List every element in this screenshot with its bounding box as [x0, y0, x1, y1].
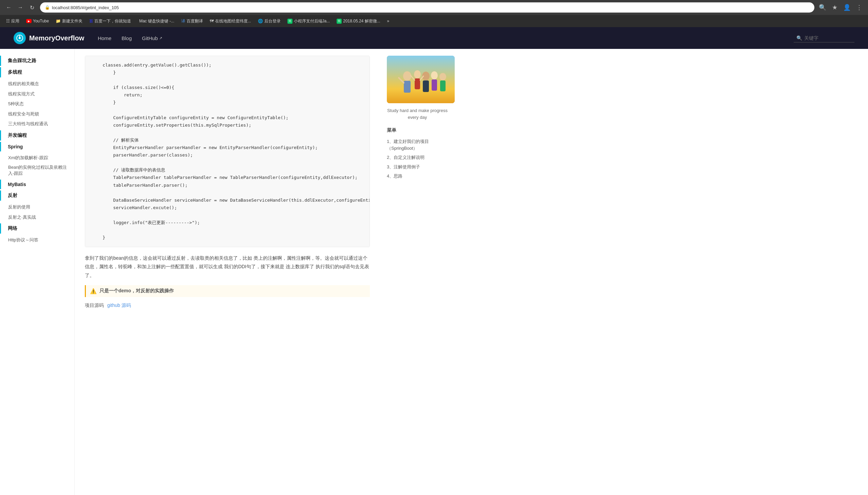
bookmark-map-label: 在线地图经度纬度...	[215, 18, 251, 24]
nav-blog[interactable]: Blog	[122, 35, 132, 41]
svg-rect-11	[432, 80, 437, 91]
bookmark-translate-label: 百度翻译	[187, 18, 203, 24]
sidebar-heading-reflect[interactable]: 反射	[0, 190, 74, 201]
browser-chrome: ← → ↻ 🔒 localhost:8085/#/getint_index_10…	[0, 0, 868, 27]
menu-item-1[interactable]: 1、建立好我们的项目（SpringBoot）	[387, 137, 448, 153]
menu-item-4[interactable]: 4、思路	[387, 171, 448, 181]
user-button[interactable]: 👤	[842, 3, 852, 12]
code-block: classes.add(entry.getValue().getClass())…	[85, 56, 370, 247]
reload-button[interactable]: ↻	[27, 3, 37, 12]
menu-item-3[interactable]: 3、注解使用例子	[387, 162, 448, 172]
address-bar[interactable]: 🔒 localhost:8085/#/getint_index_105	[40, 2, 814, 13]
search-button[interactable]: 🔍	[818, 3, 827, 12]
sidebar-item-bean-instance[interactable]: Bean的实例化过程以及依赖注入-跟踪	[0, 163, 74, 178]
sidebar-item-reflect-usage[interactable]: 反射的使用	[0, 202, 74, 212]
sidebar-item-thread-concepts[interactable]: 线程的相关概念	[0, 79, 74, 89]
bookmarks-bar: ​☷ 应用 ▶ YouTube 📁 新建文件夹 百 百度一下，你就知道 Mac …	[0, 15, 868, 27]
sidebar-heading-collections[interactable]: 集合踩坑之路	[0, 56, 74, 66]
svg-rect-7	[415, 79, 420, 89]
bookmark-youtube[interactable]: ▶ YouTube	[23, 18, 52, 24]
more-icon: »	[387, 19, 390, 23]
lock-icon: 🔒	[45, 5, 50, 10]
sidebar-item-thread-states[interactable]: 5种状态	[0, 99, 74, 109]
sidebar-item-thread-safety[interactable]: 线程安全与死锁	[0, 109, 74, 119]
bookmark-new-folder[interactable]: 📁 新建文件夹	[53, 17, 85, 25]
project-source-label: 项目源码	[85, 303, 104, 308]
logo-icon	[14, 32, 26, 44]
nav-home[interactable]: Home	[98, 35, 111, 41]
nav-github[interactable]: GitHub ↗	[142, 35, 162, 41]
bookmark-translate[interactable]: 译 百度翻译	[178, 17, 206, 25]
svg-rect-5	[404, 81, 411, 93]
mini2-icon: 简	[337, 19, 342, 24]
svg-point-1	[19, 37, 21, 39]
sidebar-section-collections: 集合踩坑之路	[0, 56, 74, 66]
sidebar-section-spring: Spring Xml的加载解析-跟踪 Bean的实例化过程以及依赖注入-跟踪	[0, 142, 74, 178]
bookmark-apps-label: 应用	[11, 18, 19, 24]
sidebar-heading-spring[interactable]: Spring	[0, 142, 74, 151]
bookmark-new-folder-label: 新建文件夹	[62, 18, 83, 24]
sidebar-item-reflect-practice[interactable]: 反射之·真实战	[0, 212, 74, 222]
mini-icon: 简	[287, 19, 293, 24]
project-source: 项目源码 github 源码	[85, 303, 370, 309]
bookmark-apps[interactable]: ​☷ 应用	[3, 17, 22, 25]
search-input[interactable]	[804, 35, 852, 41]
sidebar-section-network: 网络 Http协议～问答	[0, 223, 74, 245]
menu-list: 1、建立好我们的项目（SpringBoot） 2、自定义注解说明 3、注解使用例…	[387, 137, 448, 181]
nav-buttons: ← → ↻	[4, 3, 37, 12]
earth-icon: 🌐	[258, 19, 263, 23]
left-sidebar: 集合踩坑之路 多线程 线程的相关概念 线程实现方式 5种状态 线程安全与死锁 三…	[0, 49, 75, 495]
page-layout: 集合踩坑之路 多线程 线程的相关概念 线程实现方式 5种状态 线程安全与死锁 三…	[0, 49, 868, 495]
map-icon: 🗺	[210, 19, 214, 23]
bookmark-backend-label: 后台登录	[264, 18, 281, 24]
svg-point-12	[439, 73, 446, 81]
back-button[interactable]: ←	[4, 3, 14, 12]
bookmark-baidu[interactable]: 百 百度一下，你就知道	[87, 17, 134, 25]
sidebar-item-http[interactable]: Http协议～问答	[0, 235, 74, 245]
sidebar-item-xml-parse[interactable]: Xml的加载解析-跟踪	[0, 153, 74, 163]
menu-item-2[interactable]: 2、自定义注解说明	[387, 153, 448, 162]
sidebar-section-threads: 多线程 线程的相关概念 线程实现方式 5种状态 线程安全与死锁 三大特性与线程通…	[0, 67, 74, 129]
sidebar-item-thread-features[interactable]: 三大特性与线程通讯	[0, 119, 74, 129]
svg-point-4	[403, 71, 411, 81]
bookmark-baidu-label: 百度一下，你就知道	[94, 18, 131, 24]
search-bar[interactable]: 🔍	[794, 34, 854, 42]
project-source-link[interactable]: github 源码	[107, 303, 131, 308]
translate-icon: 译	[181, 18, 185, 24]
bookmark-mac-shortcut[interactable]: Mac 键盘快捷键 -...	[135, 17, 177, 25]
sidebar-section-mybatis: MyBatis	[0, 180, 74, 189]
search-icon: 🔍	[796, 35, 802, 41]
bookmark-map[interactable]: 🗺 在线地图经度纬度...	[207, 17, 254, 25]
code-text: classes.add(entry.getValue().getClass())…	[92, 62, 363, 241]
menu-title: 菜单	[387, 127, 448, 133]
browser-toolbar: ← → ↻ 🔒 localhost:8085/#/getint_index_10…	[0, 0, 868, 15]
folder-icon: 📁	[56, 19, 61, 23]
sidebar-section-reflect: 反射 反射的使用 反射之·真实战	[0, 190, 74, 222]
bookmark-backend[interactable]: 🌐 后台登录	[255, 17, 283, 25]
site-logo[interactable]: MemoryOverflow	[14, 32, 84, 44]
bookmark-button[interactable]: ★	[830, 3, 839, 12]
sidebar-heading-threads[interactable]: 多线程	[0, 67, 74, 78]
svg-point-10	[431, 71, 438, 80]
sidebar-heading-mybatis[interactable]: MyBatis	[0, 180, 74, 189]
menu-button[interactable]: ⋮	[854, 3, 864, 12]
promo-image	[387, 56, 455, 103]
main-content: classes.add(entry.getValue().getClass())…	[75, 49, 380, 495]
sidebar-heading-network[interactable]: 网络	[0, 223, 74, 234]
bookmark-mac-label: Mac 键盘快捷键 -...	[139, 18, 174, 24]
youtube-icon: ▶	[26, 19, 32, 23]
bookmark-date-label: 2018.05.24 解密微...	[343, 18, 380, 24]
apps-icon: ​☷	[6, 19, 10, 23]
sidebar-item-thread-impl[interactable]: 线程实现方式	[0, 89, 74, 99]
forward-button[interactable]: →	[16, 3, 25, 12]
svg-rect-9	[423, 81, 429, 92]
address-text: localhost:8085/#/getint_index_105	[52, 5, 119, 10]
sidebar-heading-concurrent[interactable]: 并发编程	[0, 130, 74, 140]
sidebar-section-concurrent: 并发编程	[0, 130, 74, 140]
bookmark-mini-label: 小程序支付后端Ja...	[294, 18, 330, 24]
svg-rect-13	[440, 81, 445, 91]
bookmark-mini-program[interactable]: 简 小程序支付后端Ja...	[285, 17, 333, 25]
warning-box: ⚠️ 只是一个demo，对反射的实践操作	[85, 285, 370, 297]
bookmark-date-decrypt[interactable]: 简 2018.05.24 解密微...	[334, 17, 383, 25]
bookmark-more[interactable]: »	[385, 18, 392, 24]
